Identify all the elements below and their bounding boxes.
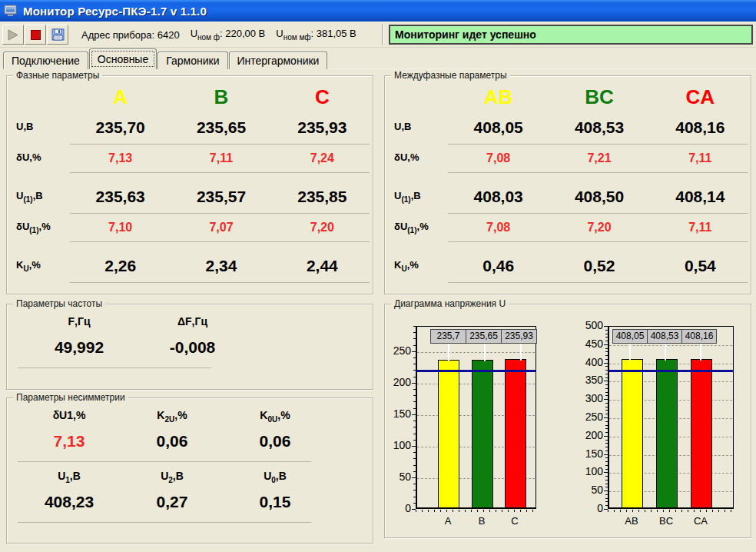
- param-value: 7,20: [549, 221, 649, 234]
- chart-bar-B: [472, 360, 493, 508]
- chart-value-box: 235,93: [501, 329, 537, 344]
- param-row: U,В235,70235,65235,93: [7, 111, 373, 144]
- save-button[interactable]: [47, 25, 68, 45]
- column-header: B: [171, 85, 271, 109]
- asym-label: δU1,%: [18, 409, 121, 432]
- nominal-voltage-line: [608, 370, 733, 372]
- param-value: 7,21: [549, 151, 649, 165]
- param-value: 7,24: [272, 151, 373, 165]
- y-tick-label: 150: [574, 447, 603, 460]
- asym-value: 0,06: [121, 432, 224, 461]
- tab-2[interactable]: Гармоники: [158, 52, 227, 69]
- device-address: Адрес прибора: 6420: [81, 29, 180, 41]
- param-value: 408,50: [549, 188, 649, 206]
- y-tick-label: 100: [574, 465, 603, 477]
- param-value: 235,85: [272, 188, 373, 206]
- freq-value: -0,008: [141, 338, 244, 367]
- param-value: 7,20: [272, 221, 373, 234]
- app-icon: [4, 5, 18, 17]
- param-value: 0,54: [650, 257, 751, 275]
- frequency-params-group: Параметры частоты F,ГцΔF,Гц49,992-0,008: [6, 304, 373, 390]
- y-tick-label: 50: [382, 471, 411, 483]
- toolbar: Адрес прибора: 6420 Uном ф: 220,00 В Uно…: [0, 22, 756, 48]
- phase-header-row: ABC: [7, 82, 373, 111]
- param-row: U(1),В408,03408,50408,14: [385, 181, 751, 213]
- param-row: δU(1),%7,107,077,20: [7, 214, 373, 241]
- column-header: BC: [549, 85, 649, 109]
- titlebar[interactable]: Монитор Ресурс-ПКЭ-1.7 v 1.1.0: [0, 0, 756, 22]
- device-info-panel: Адрес прибора: 6420 Uном ф: 220,00 В Uно…: [74, 24, 383, 45]
- param-label: U(1),В: [385, 190, 448, 204]
- interphase-params-title: Междуфазные параметры: [391, 70, 510, 81]
- main-content: Фазные параметры ABC U,В235,70235,65235,…: [0, 69, 756, 552]
- x-category-label: A: [433, 515, 463, 527]
- x-category-label: CA: [685, 515, 716, 527]
- param-value: 408,14: [650, 188, 751, 206]
- monitoring-status: Мониторинг идет успешно: [389, 25, 753, 45]
- chart-bar-AB: [622, 359, 643, 508]
- x-category-label: AB: [616, 515, 647, 527]
- phase-params-group: Фазные параметры ABC U,В235,70235,65235,…: [6, 75, 373, 294]
- param-row: KU,%0,460,520,54: [385, 250, 751, 282]
- asym-value: 0,15: [224, 493, 327, 522]
- asym-value: 7,13: [18, 432, 121, 461]
- asym-value: 0,27: [121, 493, 224, 522]
- param-value: 2,26: [70, 257, 171, 275]
- asym-label: U2,В: [121, 470, 224, 493]
- param-label: δU(1),%: [385, 221, 448, 234]
- chart-value-box: 235,65: [466, 329, 502, 344]
- y-tick-label: 250: [382, 344, 411, 357]
- y-tick-label: 250: [574, 411, 603, 423]
- param-label: δU,%: [7, 151, 70, 165]
- param-value: 235,70: [70, 118, 171, 137]
- tab-1[interactable]: Основные: [89, 48, 157, 69]
- asymmetry-params-group: Параметры несимметрии δU1,%K2U,%K0U,%7,1…: [6, 397, 373, 544]
- nominal-phase-voltage: Uном ф: 220,00 В: [191, 28, 266, 42]
- param-row: δU(1),%7,087,207,11: [385, 214, 751, 241]
- param-value: 235,65: [171, 118, 271, 137]
- y-tick-label: 300: [574, 392, 603, 404]
- tab-3[interactable]: Интергармоники: [229, 52, 328, 69]
- status-text: Мониторинг идет успешно: [395, 28, 536, 41]
- y-tick-label: 0: [574, 502, 603, 514]
- param-value: 7,08: [448, 151, 549, 165]
- param-value: 7,08: [448, 221, 549, 234]
- tab-bar: ПодключениеОсновныеГармоникиИнтергармони…: [0, 48, 756, 69]
- param-label: δU,%: [385, 151, 448, 165]
- param-value: 235,93: [272, 118, 373, 137]
- stop-monitoring-button[interactable]: [25, 25, 46, 45]
- play-icon: [7, 29, 19, 41]
- param-value: 408,03: [448, 188, 549, 206]
- asym-label: U1,В: [18, 470, 121, 493]
- window-title: Монитор Ресурс-ПКЭ-1.7 v 1.1.0: [23, 5, 207, 18]
- y-tick-label: 100: [382, 439, 411, 451]
- chart-bar-BC: [656, 359, 678, 508]
- start-monitoring-button[interactable]: [2, 25, 24, 45]
- x-category-label: BC: [651, 515, 681, 527]
- param-value: 2,34: [171, 257, 271, 275]
- param-label: U(1),В: [7, 190, 70, 204]
- asym-label: K2U,%: [121, 409, 224, 432]
- interphase-params-group: Междуфазные параметры ABBCCA U,В408,0540…: [384, 75, 751, 294]
- column-header: C: [272, 85, 373, 109]
- y-tick-label: 200: [382, 376, 411, 388]
- asym-value: 408,23: [18, 493, 121, 522]
- chart-bar-CA: [691, 359, 712, 508]
- voltage-diagram-title: Диаграмма напряжения U: [391, 298, 509, 309]
- frequency-params-title: Параметры частоты: [13, 298, 105, 309]
- y-tick-label: 0: [382, 502, 411, 514]
- y-tick-label: 150: [382, 407, 411, 420]
- x-category-label: C: [499, 515, 530, 527]
- param-label: KU,%: [7, 259, 70, 273]
- y-tick-label: 400: [574, 356, 603, 368]
- asym-label: K0U,%: [224, 409, 327, 432]
- phase-header-row: ABBCCA: [385, 82, 751, 111]
- y-tick-label: 500: [574, 319, 603, 331]
- param-value: 0,46: [448, 257, 549, 275]
- column-header: A: [70, 85, 171, 109]
- freq-value: 49,992: [18, 338, 141, 367]
- param-label: U,В: [7, 121, 70, 135]
- freq-label: ΔF,Гц: [141, 315, 244, 338]
- tab-0[interactable]: Подключение: [3, 52, 88, 69]
- param-label: δU(1),%: [7, 221, 70, 234]
